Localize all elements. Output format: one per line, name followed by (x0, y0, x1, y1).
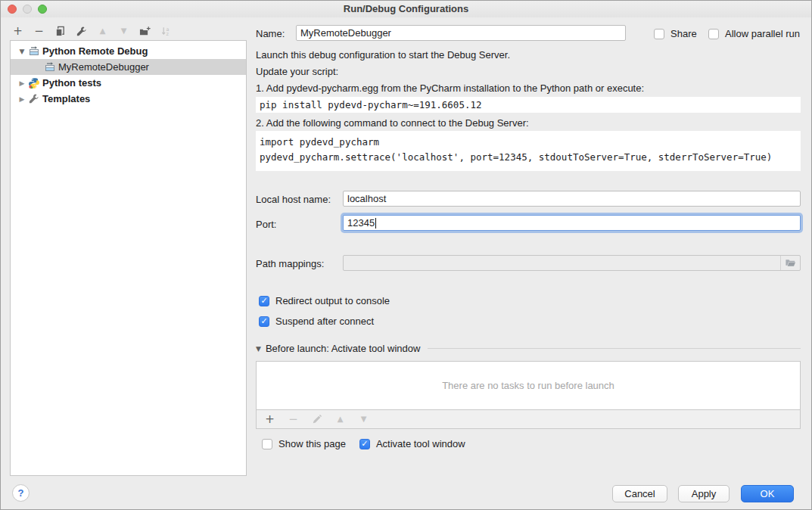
wrench-icon (76, 26, 87, 37)
code-line-2: pydevd_pycharm.settrace('localhost', por… (260, 150, 801, 165)
redirect-output-checkbox[interactable]: ✓ (259, 296, 269, 306)
minus-icon: − (288, 414, 298, 425)
remote-debug-config-icon (28, 45, 40, 58)
new-folder-icon (139, 26, 151, 37)
pencil-icon (312, 414, 322, 424)
share-label: Share (670, 28, 697, 39)
local-host-label: Local host name: (256, 194, 331, 205)
redirect-output-row: ✓ Redirect output to console (259, 295, 390, 306)
tree-item-templates[interactable]: ▶ Templates (11, 91, 246, 107)
arrow-up-icon: ▲ (100, 27, 106, 35)
minimize-window-button[interactable] (23, 5, 32, 14)
copy-icon (54, 26, 66, 37)
remote-debug-config-icon (44, 61, 56, 73)
move-task-up-button[interactable]: ▲ (334, 413, 347, 426)
tree-item-label: Templates (42, 93, 90, 104)
arrow-up-icon: ▲ (338, 415, 344, 423)
port-input[interactable]: 12345 (343, 215, 801, 231)
templates-wrench-icon (28, 93, 40, 105)
local-host-input[interactable] (343, 191, 801, 207)
page-options-row: Show this page ✓ Activate tool window (262, 438, 465, 449)
show-this-page-checkbox[interactable] (262, 439, 272, 449)
activate-tool-window-checkbox[interactable]: ✓ (359, 439, 370, 449)
show-this-page-label: Show this page (278, 438, 346, 449)
sort-configurations-button[interactable]: az (160, 25, 173, 38)
traffic-lights (8, 5, 47, 14)
remove-task-button[interactable]: − (287, 413, 300, 426)
activate-tool-window-label: Activate tool window (376, 438, 465, 449)
path-mappings-field[interactable] (343, 255, 801, 271)
add-task-button[interactable]: + (263, 413, 276, 426)
move-task-down-button[interactable]: ▼ (357, 413, 370, 426)
suspend-after-connect-checkbox[interactable]: ✓ (259, 316, 269, 327)
arrow-down-icon: ▼ (361, 415, 367, 423)
tree-item-python-remote-debug[interactable]: ▼ Python Remote Debug (11, 43, 246, 59)
code-line-1: import pydevd_pycharm (260, 135, 801, 150)
settrace-code-snippet: import pydevd_pycharm pydevd_pycharm.set… (256, 131, 801, 171)
folder-icon (785, 257, 796, 269)
tree-item-myremotedebugger[interactable]: MyRemoteDebugger (11, 59, 246, 75)
edit-task-button[interactable] (310, 413, 323, 426)
update-script-heading: Update your script: (256, 66, 338, 77)
minus-icon: − (34, 26, 44, 37)
browse-path-mappings-button[interactable] (781, 256, 800, 270)
share-checkbox[interactable] (654, 29, 664, 39)
before-launch-header: ▼ Before launch: Activate tool window (256, 343, 801, 354)
configuration-form: Name: Share Allow parallel run Launch th… (256, 1, 801, 510)
tree-item-python-tests[interactable]: ▶ Python tests (11, 75, 246, 91)
before-launch-toolbar: + − ▲ ▼ (256, 409, 801, 429)
plus-icon: + (265, 414, 275, 425)
allow-parallel-run-checkbox[interactable] (708, 29, 719, 39)
chevron-collapsed-icon[interactable]: ▶ (17, 79, 26, 87)
share-checkbox-row: Share (654, 28, 697, 39)
sort-alphabetically-icon: az (160, 26, 172, 37)
apply-button[interactable]: Apply (678, 485, 730, 502)
suspend-after-connect-row: ✓ Suspend after connect (259, 316, 374, 327)
path-mappings-label: Path mappings: (256, 258, 324, 269)
python-tests-icon (28, 77, 40, 89)
chevron-expanded-icon[interactable]: ▼ (17, 48, 26, 55)
copy-configuration-button[interactable] (54, 25, 67, 38)
ok-button[interactable]: OK (741, 485, 794, 502)
add-configuration-button[interactable]: + (11, 25, 24, 38)
name-label: Name: (256, 28, 285, 39)
zoom-window-button[interactable] (38, 5, 47, 14)
section-rule (428, 348, 801, 349)
question-mark-icon: ? (18, 487, 24, 499)
name-input[interactable] (296, 25, 626, 41)
svg-text:z: z (166, 31, 170, 37)
tree-item-label: MyRemoteDebugger (58, 61, 149, 73)
tree-item-label: Python Remote Debug (42, 45, 148, 57)
redirect-output-label: Redirect output to console (275, 295, 390, 306)
text-caret (375, 218, 376, 229)
run-debug-configurations-dialog: Run/Debug Configurations + − ▲ ▼ az ▼ (0, 0, 812, 510)
step1-text: 1. Add pydevd-pycharm.egg from the PyCha… (256, 82, 644, 94)
plus-icon: + (13, 26, 23, 37)
cancel-button[interactable]: Cancel (612, 485, 667, 502)
before-launch-tasks-list[interactable]: There are no tasks to run before launch (256, 361, 801, 410)
chevron-collapsed-icon[interactable]: ▶ (17, 95, 26, 103)
description-text: Launch this debug configuration to start… (256, 49, 510, 61)
before-launch-title: Before launch: Activate tool window (266, 343, 421, 354)
arrow-down-icon: ▼ (121, 27, 127, 35)
close-window-button[interactable] (8, 5, 17, 14)
port-label: Port: (256, 219, 276, 230)
configurations-tree: ▼ Python Remote Debug MyRemoteDebugger ▶… (10, 40, 247, 476)
allow-parallel-run-label: Allow parallel run (725, 28, 800, 39)
port-value: 12345 (347, 217, 375, 229)
edit-templates-button[interactable] (75, 25, 88, 38)
section-collapse-icon[interactable]: ▼ (256, 345, 261, 353)
allow-parallel-run-checkbox-row: Allow parallel run (708, 28, 800, 39)
configurations-toolbar: + − ▲ ▼ az (11, 23, 173, 39)
move-up-button[interactable]: ▲ (96, 25, 109, 38)
move-down-button[interactable]: ▼ (117, 25, 130, 38)
no-tasks-text: There are no tasks to run before launch (442, 380, 614, 391)
pip-command-snippet: pip install pydevd-pycharm~=191.6605.12 (256, 97, 801, 113)
path-mappings-input[interactable] (344, 256, 781, 270)
help-button[interactable]: ? (12, 484, 30, 502)
new-folder-button[interactable] (138, 25, 151, 38)
tree-item-label: Python tests (42, 77, 101, 89)
remove-configuration-button[interactable]: − (33, 25, 45, 38)
step2-text: 2. Add the following command to connect … (256, 117, 529, 129)
suspend-after-connect-label: Suspend after connect (275, 316, 374, 327)
